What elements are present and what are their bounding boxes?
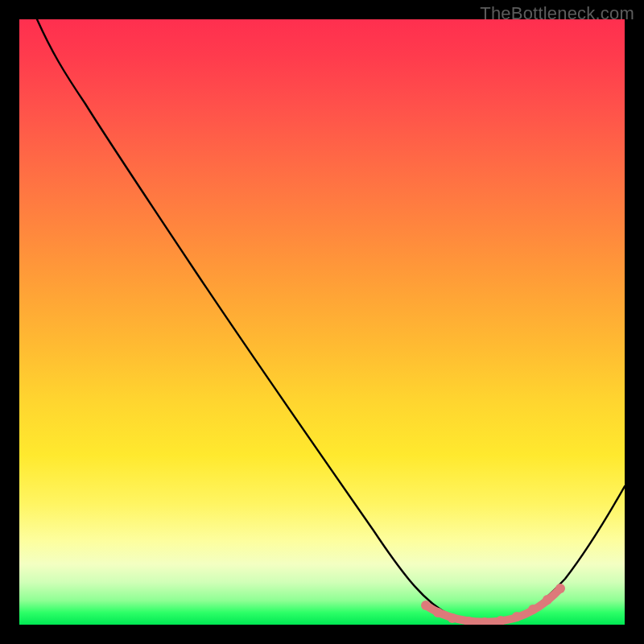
optimal-zone-segment <box>426 588 560 622</box>
watermark-label: TheBottleneck.com <box>480 3 634 24</box>
marker-dot <box>512 612 522 621</box>
chart-frame: TheBottleneck.com <box>0 0 644 644</box>
marker-dot <box>543 595 552 605</box>
marker-dot <box>528 605 538 614</box>
optimal-zone-markers <box>421 584 565 625</box>
plot-area <box>19 19 625 625</box>
marker-dot <box>433 608 443 617</box>
marker-dot <box>448 613 457 623</box>
bottleneck-curve-line <box>37 19 625 623</box>
marker-dot <box>421 601 431 610</box>
curve-svg <box>19 19 625 625</box>
marker-dot <box>555 584 565 593</box>
